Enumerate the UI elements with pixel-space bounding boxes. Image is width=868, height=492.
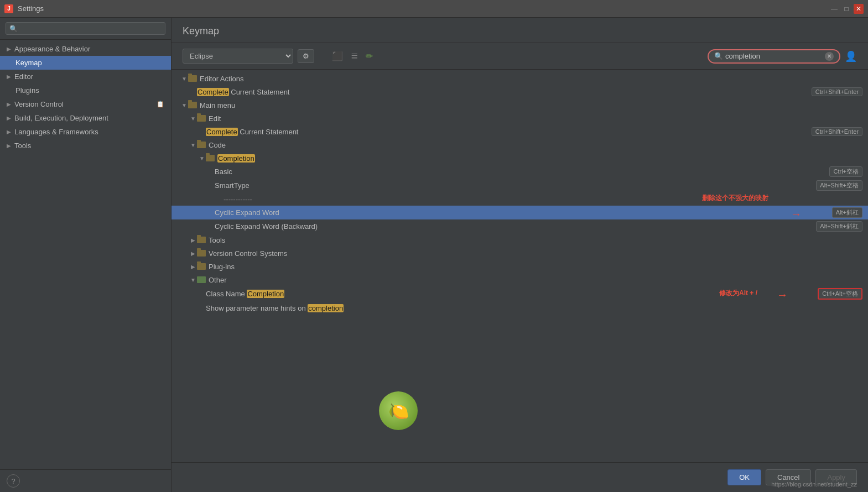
tree-row-complete-stmt-2[interactable]: Complete Current Statement Ctrl+Shift+En… <box>171 125 868 138</box>
edit-icon: ✏ <box>366 51 373 61</box>
title-bar: J Settings — □ ✕ <box>0 0 868 18</box>
sidebar-search-icon: 🔍 <box>9 25 18 33</box>
keymap-select[interactable]: Eclipse <box>183 49 293 64</box>
arrow-vcs: ▶ <box>7 101 11 107</box>
shortcut-class-name-completion: Ctrl+Alt+空格 <box>818 288 862 300</box>
arrow-editor-actions <box>180 76 188 82</box>
sidebar-item-plugins[interactable]: Plugins <box>0 83 171 97</box>
tree-row-cyclic-expand-bk[interactable]: Cyclic Expand Word (Backward) Alt+Shift+… <box>171 219 868 233</box>
title-bar-controls: — □ ✕ <box>829 4 864 14</box>
sidebar-label-vcs: Version Control <box>14 100 64 108</box>
title-text: Settings <box>18 4 44 13</box>
keymap-controls: Eclipse ⚙ ⬛ ≣ ✏ 🔍 ✕ <box>171 43 868 70</box>
search-completion-input[interactable] <box>725 52 823 60</box>
sidebar-footer: ? <box>0 469 171 492</box>
shortcut-complete-stmt-1: Ctrl+Shift+Enter <box>812 87 862 96</box>
toolbar-icon-btn-2[interactable]: ≣ <box>349 50 360 62</box>
bottom-bar: OK Cancel Apply <box>171 462 868 492</box>
arrow-tools: ▶ <box>7 143 11 149</box>
folder-icon-vcs <box>197 250 206 257</box>
sidebar-label-appearance: Appearance & Behavior <box>14 45 90 53</box>
gear-button[interactable]: ⚙ <box>298 49 314 63</box>
highlight-completion-param: completion <box>308 304 344 312</box>
search-completion-wrapper: 🔍 ✕ <box>708 49 840 64</box>
label-completion-folder: Completion <box>217 154 862 163</box>
arrow-completion <box>198 155 206 161</box>
folder-icon-editor-actions <box>188 75 197 82</box>
highlight-complete: Complete <box>197 88 229 96</box>
content-title: Keymap <box>183 25 219 36</box>
close-button[interactable]: ✕ <box>854 4 864 14</box>
label-smarttype: SmartType <box>215 181 816 190</box>
sidebar-label-keymap: Keymap <box>15 59 42 67</box>
label-other-folder: Other <box>209 276 862 284</box>
folder-icon-main-menu <box>188 102 197 108</box>
arrow-edit <box>189 116 197 122</box>
sidebar-search-input[interactable] <box>20 24 162 33</box>
tree-row-completion-folder[interactable]: Completion <box>171 151 868 165</box>
toolbar-icon-btn-3[interactable]: ✏ <box>363 50 375 62</box>
label-cyclic-expand-bk: Cyclic Expand Word (Backward) <box>215 222 816 231</box>
app-icon: J <box>4 4 13 13</box>
shortcut-smarttype: Alt+Shift+空格 <box>816 180 862 191</box>
label-main-menu: Main menu <box>200 101 862 109</box>
label-editor-actions: Editor Actions <box>200 75 862 83</box>
tree-row-edit[interactable]: Edit <box>171 112 868 125</box>
content-area: Keymap Eclipse ⚙ ⬛ ≣ ✏ <box>171 18 868 492</box>
tree-row-other-folder[interactable]: Other <box>171 273 868 286</box>
tree-area: Editor Actions Complete Current Statemen… <box>171 70 868 462</box>
lime-decoration: 🍋 <box>379 391 418 430</box>
minimize-button[interactable]: — <box>829 4 839 14</box>
tree-row-editor-actions[interactable]: Editor Actions <box>171 72 868 85</box>
content-header: Keymap <box>171 18 868 43</box>
sidebar-item-keymap[interactable]: Keymap <box>0 56 171 70</box>
arrow-build: ▶ <box>7 115 11 121</box>
sidebar-label-editor: Editor <box>14 72 33 81</box>
ok-button[interactable]: OK <box>727 469 761 485</box>
tree-row-basic[interactable]: Basic Ctrl+空格 <box>171 165 868 179</box>
maximize-button[interactable]: □ <box>841 4 851 14</box>
sidebar-item-vcs[interactable]: ▶ Version Control 📋 <box>0 97 171 111</box>
search-glass-icon: 🔍 <box>714 52 723 60</box>
sidebar-item-appearance[interactable]: ▶ Appearance & Behavior <box>0 42 171 56</box>
folder-icon-completion <box>206 155 215 161</box>
toolbar-icon-btn-1[interactable]: ⬛ <box>330 50 345 62</box>
label-basic: Basic <box>215 168 829 176</box>
tree-row-cyclic-expand[interactable]: Cyclic Expand Word Alt+斜杠 删除这个不强大的映射 → <box>171 206 868 219</box>
label-tools-folder: Tools <box>209 236 862 244</box>
arrow-other-folder <box>189 277 197 283</box>
tree-row-tools-folder[interactable]: Tools <box>171 233 868 247</box>
nav-items: ▶ Appearance & Behavior Keymap ▶ Editor … <box>0 40 171 469</box>
sidebar-item-build[interactable]: ▶ Build, Execution, Deployment <box>0 111 171 125</box>
tree-row-show-param-hints[interactable]: Show parameter name hints on completion <box>171 301 868 315</box>
arrow-languages: ▶ <box>7 129 11 135</box>
tree-row-plugins-folder[interactable]: Plug-ins <box>171 260 868 273</box>
sidebar-item-tools[interactable]: ▶ Tools <box>0 139 171 153</box>
tree-row-complete-stmt-1[interactable]: Complete Current Statement Ctrl+Shift+En… <box>171 85 868 98</box>
arrow-appearance: ▶ <box>7 46 11 52</box>
sidebar-search-box: 🔍 <box>0 18 171 40</box>
tree-row-smarttype[interactable]: SmartType Alt+Shift+空格 <box>171 179 868 192</box>
label-complete-stmt-2: Complete Current Statement <box>206 128 812 136</box>
person-icon-button[interactable]: 👤 <box>845 50 857 62</box>
tree-row-vcs-folder[interactable]: Version Control Systems <box>171 247 868 260</box>
sidebar-item-editor[interactable]: ▶ Editor <box>0 70 171 83</box>
label-code: Code <box>209 141 862 149</box>
sidebar-label-languages: Languages & Frameworks <box>14 128 98 136</box>
clear-search-button[interactable]: ✕ <box>825 52 834 61</box>
special-folder-icon-other <box>197 276 206 283</box>
search-right: 🔍 ✕ 👤 <box>708 49 857 64</box>
tree-row-main-menu[interactable]: Main menu <box>171 98 868 112</box>
arrow-plugins-folder <box>189 264 197 270</box>
shortcut-basic: Ctrl+空格 <box>829 166 862 177</box>
help-button[interactable]: ? <box>7 474 20 488</box>
tree-row-class-name-completion[interactable]: Class Name Completion Ctrl+Alt+空格 修改为Alt… <box>171 286 868 301</box>
annotation-arrow-1: → <box>791 208 802 221</box>
sidebar-item-languages[interactable]: ▶ Languages & Frameworks <box>0 125 171 139</box>
sidebar-search-wrapper[interactable]: 🔍 <box>6 22 165 35</box>
highlight-complete-2: Complete <box>206 128 238 136</box>
toolbar-icons: ⬛ ≣ ✏ <box>330 50 375 62</box>
content-wrapper: Editor Actions Complete Current Statemen… <box>171 70 868 462</box>
tree-row-code[interactable]: Code <box>171 138 868 151</box>
label-edit: Edit <box>209 114 862 123</box>
